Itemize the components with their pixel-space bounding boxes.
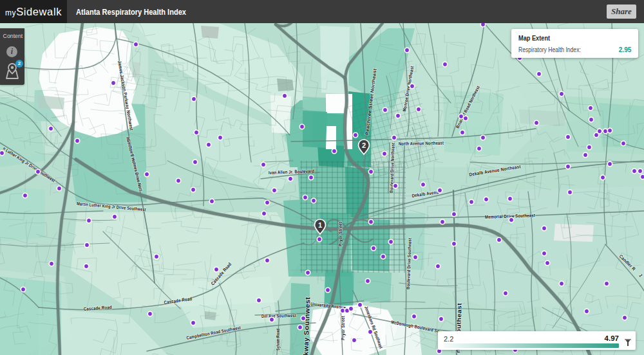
svg-text:Pryor Street: Pryor Street xyxy=(340,316,346,340)
svg-text:2: 2 xyxy=(362,141,366,149)
svg-text:Pryor Street: Pryor Street xyxy=(337,222,343,246)
svg-text:Sylvan Road: Sylvan Road xyxy=(275,329,281,350)
svg-text:North Avenue Northeast: North Avenue Northeast xyxy=(399,140,444,147)
svg-text:1: 1 xyxy=(318,221,322,229)
svg-text:Dill Ave Southwest: Dill Ave Southwest xyxy=(261,313,296,319)
